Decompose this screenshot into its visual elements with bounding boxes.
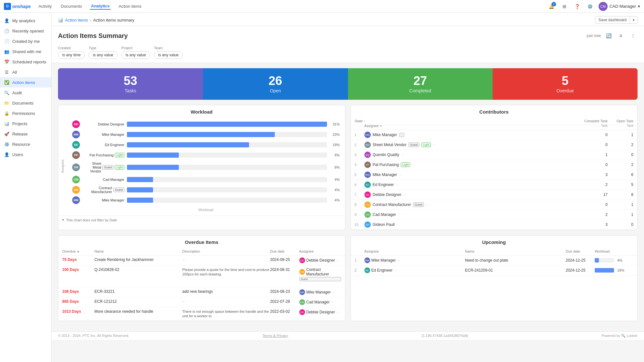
workload-avatar-5: CM <box>72 176 80 183</box>
chart-note-chevron: ▾ <box>62 218 64 222</box>
filter-button[interactable]: ≡ <box>616 31 625 40</box>
workload-bar-wrap-1 <box>127 132 327 137</box>
workload-bar-7 <box>127 198 153 203</box>
nav-action-items[interactable]: Action items <box>117 3 143 9</box>
save-dashboard-button[interactable]: Save dashboard ▾ <box>595 16 638 24</box>
nav-activity[interactable]: Activity <box>37 3 53 9</box>
user-menu[interactable]: CM CAD Manager ▾ <box>599 2 640 11</box>
save-dashboard-label: Save dashboard <box>595 16 630 23</box>
sidebar-item-my-analytics[interactable]: 👤 My analytics <box>0 15 51 26</box>
resource-icon: ⚙️ <box>4 141 10 147</box>
sidebar-item-action-items[interactable]: ✅ Action items <box>0 77 51 88</box>
contrib-open-7: 8 <box>608 192 633 197</box>
sidebar-item-resource[interactable]: ⚙️ Resource <box>0 139 51 149</box>
workload-name-6: Contract Manufacturer Guest <box>82 186 124 194</box>
workload-row-2: EE Ed Engineer 19% <box>72 141 340 149</box>
logo-icon: O <box>4 3 11 10</box>
breadcrumb-parent-link[interactable]: Action items <box>65 18 88 23</box>
sidebar-label-all: All <box>12 70 17 75</box>
contributors-row-10: 10 GP Gideon Paull ··· 3 0 <box>351 220 638 230</box>
filter-project-chip[interactable]: is any value <box>121 51 150 59</box>
overdue-name-2: Q-2410828-02 <box>94 267 182 272</box>
tag-guest-6: Guest <box>113 188 124 192</box>
notifications-button[interactable]: 🔔 2 <box>547 2 556 11</box>
refresh-button[interactable]: 🔄 <box>604 31 613 40</box>
contrib-name-7: DD Debbie Designer ··· <box>364 191 582 198</box>
workload-pct-5: 4% <box>330 178 340 181</box>
sidebar-item-audit[interactable]: 🔍 Audit <box>0 88 51 98</box>
contrib-open-10: 0 <box>608 222 633 227</box>
contrib-num-1: 1 <box>355 133 364 137</box>
summary-card-completed[interactable]: 27 Completed <box>348 68 493 100</box>
more-options-button[interactable]: ⋮ <box>629 31 638 40</box>
sidebar-item-permissions[interactable]: 🔒 Permissions <box>0 108 51 118</box>
overdue-tag-2: Guest <box>299 277 341 281</box>
overdue-row-3: 108 Days ECR-33221 add new bearings 2024… <box>58 287 345 297</box>
contrib-num-10: 10 <box>355 223 364 227</box>
contributors-row-4: 4 PP Pat Purchasing Light ··· 0 2 <box>351 160 638 170</box>
sidebar-item-release[interactable]: 🚀 Release <box>0 129 51 139</box>
upcoming-num-1: 1 <box>355 258 364 263</box>
logo[interactable]: O onshape <box>4 3 31 10</box>
workload-row-1: MM Mike Manager 23% <box>72 131 340 138</box>
notification-badge: 2 <box>552 2 556 6</box>
chart-note[interactable]: ▾ This chart does not filter by Date <box>58 216 345 224</box>
workload-pct-4: 8% <box>330 165 340 169</box>
sidebar-item-shared-with-me[interactable]: 👥 Shared with me <box>0 46 51 57</box>
user-name: CAD Manager <box>610 4 636 9</box>
action-items-icon: ✅ <box>4 79 10 85</box>
contrib-name-3: QQ Quentin Quality ··· <box>364 152 582 158</box>
sidebar-label-action-items: Action items <box>12 80 35 85</box>
footer-terms[interactable]: Terms & Privacy <box>263 334 288 338</box>
sidebar-item-projects[interactable]: 📊 Projects <box>0 118 51 129</box>
assignee-header: Assignee ▾ <box>364 124 582 128</box>
workload-row-7: MM Mike Manager 4% <box>72 196 340 204</box>
settings-button[interactable]: ⚙️ <box>586 2 595 11</box>
overdue-table: Overdue ▲ Name Description Due date Assi… <box>58 247 345 321</box>
summary-card-open[interactable]: 26 Open <box>203 68 348 100</box>
sidebar-item-created-by-me[interactable]: 📄 Created by me <box>0 36 51 46</box>
contrib-name-1: MM Mike Manager ··· <box>364 132 582 138</box>
help-button[interactable]: ❓ <box>573 2 582 11</box>
workload-name-4: Sheet Metal Vendor Guest Light <box>82 162 124 173</box>
chart-note-text: This chart does not filter by Date <box>66 218 117 222</box>
contrib-complete-8: 0 <box>582 202 608 207</box>
overdue-sort-icon: ▲ <box>77 250 80 253</box>
filter-created-chip[interactable]: is any time <box>58 51 85 59</box>
main-content: 📊 Action items › Action items summary Sa… <box>52 13 644 362</box>
overdue-assignee-1: DD Debbie Designer ··· <box>299 257 341 263</box>
workload-name-3: Pat Purchasing Light <box>82 153 124 157</box>
summary-card-overdue[interactable]: 5 Overdue <box>493 68 638 100</box>
overdue-assignee-2-wrap: CM Contract Manufacturer <box>299 267 341 276</box>
sidebar-label-users: Users <box>12 152 23 157</box>
summary-card-tasks[interactable]: 53 Tasks <box>58 68 203 100</box>
overdue-assignee-2: CM Contract Manufacturer Guest ··· <box>299 267 341 285</box>
filters-row: Created is any time Type is any value Pr… <box>52 43 644 63</box>
overdue-desc-3: add new bearings <box>182 289 270 294</box>
contrib-avatar-3: QQ <box>364 152 371 158</box>
sidebar-item-scheduled-reports[interactable]: 📅 Scheduled reports <box>0 57 51 67</box>
workload-pct-1: 23% <box>330 133 340 136</box>
contributors-row-5: 5 MM Mike Manager ··· 3 6 <box>351 170 638 180</box>
grid-icon[interactable]: ⊞ <box>560 2 569 11</box>
overdue-avatar-4: CM <box>299 299 305 305</box>
workload-card: Workload Assignee DD Debbie Designer <box>58 105 345 230</box>
sidebar-item-documents[interactable]: 📁 Documents <box>0 98 51 108</box>
open-header: Open Task <box>608 119 633 123</box>
sidebar-item-recently-opened[interactable]: 🕐 Recently opened <box>0 26 51 36</box>
sidebar-item-users[interactable]: 👤 Users <box>0 149 51 160</box>
name-col-header: Name <box>94 249 182 253</box>
tag-light-4: Light <box>115 165 124 170</box>
filter-type-chip[interactable]: is any value <box>89 51 117 59</box>
overdue-assignee-5: DD Debbie Designer ··· <box>299 309 341 315</box>
sidebar-item-all[interactable]: ☰ All <box>0 67 51 77</box>
workload-row-5: CM Cad Manager 4% <box>72 176 340 183</box>
contrib-tag-light-4: Light <box>401 162 410 167</box>
users-icon: 👤 <box>4 152 10 157</box>
workload-axis: Workload <box>72 207 340 213</box>
nav-analytics[interactable]: Analytics <box>90 3 111 10</box>
nav-documents[interactable]: Documents <box>60 3 83 9</box>
filter-team-chip[interactable]: is any value <box>154 51 183 59</box>
contrib-name-10: GP Gideon Paull ··· <box>364 221 582 228</box>
upcoming-bar-2 <box>595 268 614 273</box>
